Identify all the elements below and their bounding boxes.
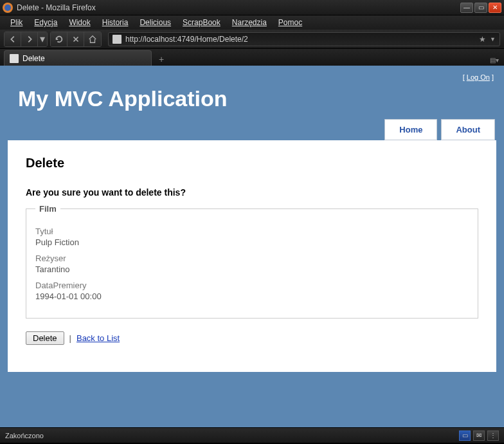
- field-title-label: Tytuł: [35, 227, 469, 236]
- close-button[interactable]: ✕: [489, 3, 501, 13]
- app-title: My MVC Application: [8, 82, 496, 119]
- toolbar: ▾ http://localhost:4749/Home/Delete/2 ★ …: [0, 30, 504, 49]
- maximize-button[interactable]: ▭: [474, 3, 487, 13]
- status-text: Zakończono: [5, 432, 44, 439]
- nav-about[interactable]: About: [441, 119, 495, 140]
- tab-page-icon: [10, 54, 19, 63]
- menu-pomoc[interactable]: Pomoc: [273, 17, 307, 28]
- status-addon-icon[interactable]: ⋮: [487, 430, 499, 441]
- main-panel: Delete Are you sure you want to delete t…: [8, 140, 496, 372]
- logon-link[interactable]: Log On: [467, 73, 490, 81]
- confirm-text: Are you sure you want to delete this?: [26, 187, 478, 198]
- page-body: [ Log On ] My MVC Application Home About…: [0, 66, 504, 427]
- status-monitor-icon[interactable]: ▭: [459, 430, 471, 441]
- field-director-value: Tarantino: [35, 264, 469, 274]
- action-separator: |: [69, 333, 71, 343]
- nav-menu: Home About: [8, 119, 496, 140]
- actions-row: Delete | Back to List: [26, 331, 478, 345]
- film-fieldset: Film Tytuł Pulp Fiction Reżyser Tarantin…: [26, 204, 478, 319]
- minimize-button[interactable]: —: [460, 3, 473, 13]
- menu-scrapbook[interactable]: ScrapBook: [177, 17, 226, 28]
- menu-plik[interactable]: Plik: [5, 17, 28, 28]
- tab-delete[interactable]: Delete: [4, 50, 152, 66]
- window-title: Delete - Mozilla Firefox: [17, 3, 460, 12]
- page-icon: [113, 35, 122, 44]
- tab-bar: Delete + ▤▾: [0, 49, 504, 66]
- firefox-icon: [3, 3, 13, 13]
- content-area: [ Log On ] My MVC Application Home About…: [0, 66, 504, 427]
- new-tab-button[interactable]: +: [154, 53, 168, 66]
- titlebar: Delete - Mozilla Firefox — ▭ ✕: [0, 0, 504, 15]
- status-bar: Zakończono ▭ ✉ ⋮: [0, 427, 504, 443]
- back-to-list-link[interactable]: Back to List: [76, 333, 120, 343]
- tab-title: Delete: [22, 54, 45, 63]
- bookmark-star-icon[interactable]: ★: [479, 35, 486, 44]
- menubar: Plik Edycja Widok Historia Delicious Scr…: [0, 15, 504, 30]
- nav-home[interactable]: Home: [384, 119, 437, 140]
- browser-window: Delete - Mozilla Firefox — ▭ ✕ Plik Edyc…: [0, 0, 504, 444]
- status-mail-icon[interactable]: ✉: [473, 430, 485, 441]
- reload-button[interactable]: [51, 32, 68, 46]
- field-date-value: 1994-01-01 00:00: [35, 291, 469, 301]
- forward-button[interactable]: [21, 32, 38, 46]
- delete-button[interactable]: Delete: [26, 331, 64, 345]
- menu-historia[interactable]: Historia: [97, 17, 134, 28]
- fieldset-legend: Film: [35, 204, 60, 214]
- menu-widok[interactable]: Widok: [64, 17, 95, 28]
- field-director-label: Reżyser: [35, 254, 469, 263]
- url-dropdown-icon[interactable]: ▼: [490, 36, 496, 42]
- menu-narzedzia[interactable]: Narzędzia: [227, 17, 272, 28]
- menu-edycja[interactable]: Edycja: [29, 17, 62, 28]
- back-button[interactable]: [4, 32, 21, 46]
- page-heading: Delete: [26, 156, 478, 171]
- url-bar[interactable]: http://localhost:4749/Home/Delete/2 ★ ▼: [108, 32, 500, 46]
- stop-button[interactable]: [68, 32, 84, 46]
- home-button[interactable]: [84, 32, 101, 46]
- tab-menu-button[interactable]: ▤▾: [489, 54, 500, 66]
- forward-dropdown[interactable]: ▾: [38, 32, 47, 46]
- field-title-value: Pulp Fiction: [35, 237, 469, 247]
- menu-delicious[interactable]: Delicious: [134, 17, 176, 28]
- login-area: [ Log On ]: [8, 69, 496, 82]
- field-date-label: DataPremiery: [35, 281, 469, 290]
- url-text: http://localhost:4749/Home/Delete/2: [125, 35, 475, 44]
